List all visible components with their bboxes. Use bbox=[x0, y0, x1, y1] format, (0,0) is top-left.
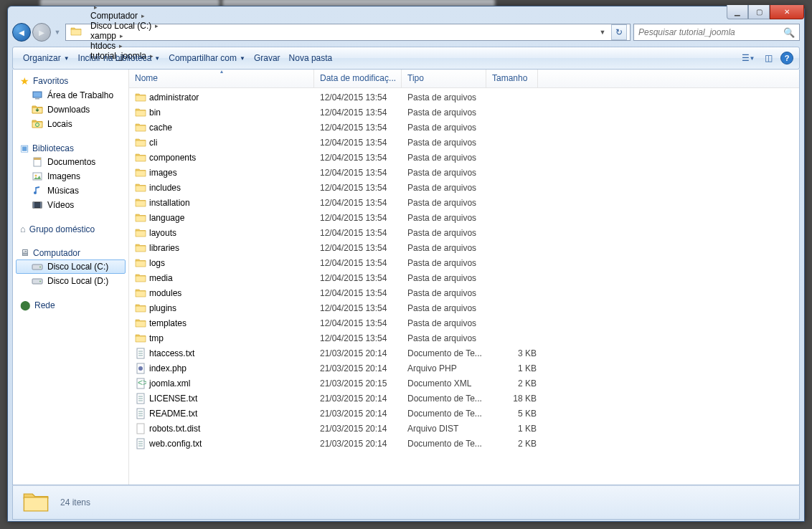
file-type: Pasta de arquivos bbox=[407, 108, 492, 118]
svg-rect-4 bbox=[34, 158, 41, 160]
folder-icon bbox=[135, 212, 146, 224]
list-item[interactable]: web.config.txt 21/03/2015 20:14 Document… bbox=[129, 436, 799, 451]
file-name: components bbox=[149, 153, 196, 163]
file-name: language bbox=[149, 213, 184, 223]
folder-icon bbox=[70, 26, 83, 39]
file-type: Documento de Te... bbox=[407, 394, 492, 404]
list-item[interactable]: includes 12/04/2015 13:54 Pasta de arqui… bbox=[129, 180, 799, 195]
file-list: Nome Data de modificaç... Tipo Tamanho a… bbox=[129, 70, 799, 485]
address-dropdown[interactable]: ▼ bbox=[597, 29, 608, 36]
list-item[interactable]: robots.txt.dist 21/03/2015 20:14 Arquivo… bbox=[129, 421, 799, 436]
list-item[interactable]: language 12/04/2015 13:54 Pasta de arqui… bbox=[129, 210, 799, 225]
breadcrumb[interactable]: xampp▸ bbox=[86, 31, 161, 41]
homegroup-icon: ⌂ bbox=[20, 224, 26, 234]
list-item[interactable]: htaccess.txt 21/03/2015 20:14 Documento … bbox=[129, 345, 799, 361]
navigation-pane: ★ Favoritos Área de TrabalhoDownloadsLoc… bbox=[13, 70, 129, 485]
file-type: Pasta de arquivos bbox=[407, 153, 492, 163]
list-item[interactable]: LICENSE.txt 21/03/2015 20:14 Documento d… bbox=[129, 391, 799, 406]
breadcrumb[interactable]: htdocs▸ bbox=[86, 41, 161, 51]
list-item[interactable]: plugins 12/04/2015 13:54 Pasta de arquiv… bbox=[129, 300, 799, 315]
svg-rect-9 bbox=[33, 202, 34, 208]
list-item[interactable]: index.php 21/03/2015 20:14 Arquivo PHP 1… bbox=[129, 361, 799, 376]
file-date: 12/04/2015 13:54 bbox=[320, 198, 407, 208]
file-type: Pasta de arquivos bbox=[407, 92, 492, 103]
list-item[interactable]: cache 12/04/2015 13:54 Pasta de arquivos bbox=[129, 120, 799, 135]
list-item[interactable]: components 12/04/2015 13:54 Pasta de arq… bbox=[129, 150, 799, 165]
sidebar-favorites[interactable]: ★ Favoritos bbox=[13, 74, 128, 88]
address-bar[interactable]: ▸Computador▸Disco Local (C:)▸xampp▸htdoc… bbox=[65, 24, 631, 41]
file-type: Pasta de arquivos bbox=[407, 228, 492, 238]
folder-icon bbox=[135, 272, 146, 284]
list-item[interactable]: libraries 12/04/2015 13:54 Pasta de arqu… bbox=[129, 240, 799, 255]
sidebar-item[interactable]: Locais bbox=[13, 117, 128, 131]
sidebar-item[interactable]: Documentos bbox=[13, 155, 128, 169]
list-item[interactable]: installation 12/04/2015 13:54 Pasta de a… bbox=[129, 195, 799, 210]
file-name: index.php bbox=[149, 363, 187, 373]
list-item[interactable]: bin 12/04/2015 13:54 Pasta de arquivos bbox=[129, 105, 799, 120]
svg-point-20 bbox=[138, 366, 143, 371]
new-folder-button[interactable]: Nova pasta bbox=[285, 50, 337, 66]
refresh-button[interactable]: ↻ bbox=[611, 24, 627, 40]
sidebar-item[interactable]: Downloads bbox=[13, 103, 128, 117]
include-library-button[interactable]: Incluir na biblioteca▼ bbox=[74, 50, 165, 66]
minimize-button[interactable]: ▁ bbox=[727, 5, 748, 19]
view-button[interactable]: ☰ ▼ bbox=[740, 50, 756, 66]
sidebar-item[interactable]: Músicas bbox=[13, 184, 128, 198]
file-name: README.txt bbox=[149, 409, 197, 419]
list-item[interactable]: templates 12/04/2015 13:54 Pasta de arqu… bbox=[129, 315, 799, 330]
file-type: Pasta de arquivos bbox=[407, 168, 492, 178]
file-name: logs bbox=[149, 258, 165, 268]
list-item[interactable]: cli 12/04/2015 13:54 Pasta de arquivos bbox=[129, 135, 799, 150]
list-item[interactable]: layouts 12/04/2015 13:54 Pasta de arquiv… bbox=[129, 225, 799, 240]
file-date: 12/04/2015 13:54 bbox=[320, 228, 407, 238]
sidebar-libraries[interactable]: ▣ Bibliotecas bbox=[13, 141, 128, 155]
column-name[interactable]: Nome bbox=[129, 70, 314, 87]
share-button[interactable]: Compartilhar com▼ bbox=[164, 50, 250, 66]
history-dropdown[interactable]: ▼ bbox=[52, 29, 62, 36]
list-item[interactable]: README.txt 21/03/2015 20:14 Documento de… bbox=[129, 406, 799, 421]
sidebar-homegroup[interactable]: ⌂ Grupo doméstico bbox=[13, 222, 128, 236]
sidebar-item-drive[interactable]: Disco Local (C:) bbox=[16, 259, 126, 274]
organize-button[interactable]: Organizar▼ bbox=[19, 50, 74, 66]
close-button[interactable]: ✕ bbox=[770, 5, 804, 19]
file-date: 12/04/2015 13:54 bbox=[320, 333, 407, 343]
sidebar-item[interactable]: Vídeos bbox=[13, 198, 128, 212]
search-box[interactable]: 🔍 bbox=[633, 24, 800, 41]
column-type[interactable]: Tipo bbox=[402, 70, 486, 87]
column-size[interactable]: Tamanho bbox=[486, 70, 538, 87]
search-input[interactable] bbox=[638, 27, 783, 37]
sidebar-item-drive[interactable]: Disco Local (D:) bbox=[13, 274, 128, 288]
folder-icon bbox=[135, 197, 146, 209]
preview-pane-button[interactable]: ◫ bbox=[760, 50, 776, 66]
list-item[interactable]: modules 12/04/2015 13:54 Pasta de arquiv… bbox=[129, 285, 799, 300]
drive-icon bbox=[32, 275, 43, 287]
titlebar[interactable]: ▁ ▢ ✕ bbox=[8, 6, 804, 21]
sidebar-item[interactable]: Imagens bbox=[13, 169, 128, 184]
list-item[interactable]: administrator 12/04/2015 13:54 Pasta de … bbox=[129, 90, 799, 105]
sidebar-computer[interactable]: 🖥 Computador bbox=[13, 246, 128, 259]
svg-point-7 bbox=[34, 191, 37, 194]
column-date[interactable]: Data de modificaç... bbox=[314, 70, 402, 87]
list-item[interactable]: media 12/04/2015 13:54 Pasta de arquivos bbox=[129, 270, 799, 285]
file-date: 12/04/2015 13:54 bbox=[320, 303, 407, 313]
file-type: Arquivo DIST bbox=[407, 424, 492, 434]
file-name: includes bbox=[149, 183, 181, 193]
burn-button[interactable]: Gravar bbox=[250, 50, 285, 66]
breadcrumb[interactable]: Disco Local (C:)▸ bbox=[86, 21, 161, 31]
maximize-button[interactable]: ▢ bbox=[748, 5, 770, 19]
xml-icon: <> bbox=[135, 378, 146, 389]
sidebar-item[interactable]: Área de Trabalho bbox=[13, 88, 128, 103]
file-name: media bbox=[149, 273, 173, 283]
file-type: Pasta de arquivos bbox=[407, 138, 492, 148]
list-item[interactable]: logs 12/04/2015 13:54 Pasta de arquivos bbox=[129, 255, 799, 270]
back-button[interactable]: ◄ bbox=[12, 23, 31, 42]
file-type: Pasta de arquivos bbox=[407, 318, 492, 328]
forward-button[interactable]: ► bbox=[32, 23, 51, 42]
help-button[interactable]: ? bbox=[780, 52, 793, 65]
toolbar: Organizar▼ Incluir na biblioteca▼ Compar… bbox=[12, 47, 800, 70]
list-item[interactable]: images 12/04/2015 13:54 Pasta de arquivo… bbox=[129, 165, 799, 180]
sidebar-network[interactable]: ⬤ Rede bbox=[13, 298, 128, 312]
file-date: 21/03/2015 20:15 bbox=[320, 378, 407, 389]
list-item[interactable]: tmp 12/04/2015 13:54 Pasta de arquivos bbox=[129, 330, 799, 345]
list-item[interactable]: <>joomla.xml 21/03/2015 20:15 Documento … bbox=[129, 376, 799, 391]
